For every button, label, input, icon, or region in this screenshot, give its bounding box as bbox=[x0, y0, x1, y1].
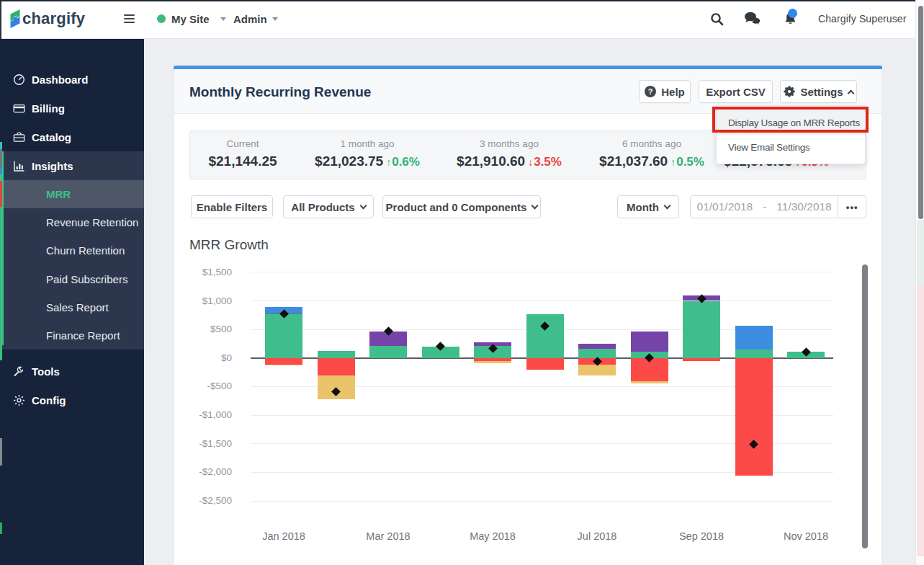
config-icon bbox=[13, 394, 24, 406]
date-range-input[interactable]: 01/01/2018 - 11/30/2018 bbox=[691, 196, 838, 218]
site-switcher[interactable]: My Site bbox=[157, 0, 226, 37]
bar-segment-purple-aug-2018[interactable] bbox=[631, 332, 668, 352]
more-options-icon: ••• bbox=[846, 202, 858, 213]
sidebar-item-finance-report[interactable]: Finance Report bbox=[4, 321, 144, 350]
sidebar-item-revenue-retention[interactable]: Revenue Retention bbox=[4, 208, 144, 236]
chat-icon[interactable] bbox=[744, 0, 761, 37]
brand-wordmark: chargify bbox=[22, 9, 85, 28]
stat-delta-up: ↑0.5% bbox=[670, 155, 704, 169]
bar-segment-red-jun-2018[interactable] bbox=[526, 358, 564, 370]
all-products-dropdown[interactable]: All Products bbox=[283, 195, 374, 218]
date-end: 11/30/2018 bbox=[776, 200, 831, 213]
content-scrollbar-thumb[interactable] bbox=[862, 264, 868, 548]
bell-icon[interactable] bbox=[783, 0, 798, 37]
left-edge-segment bbox=[0, 207, 2, 360]
bar-segment-red-sep-2018[interactable] bbox=[683, 358, 720, 361]
export-csv-label: Export CSV bbox=[706, 86, 766, 98]
admin-label: Admin bbox=[233, 13, 267, 25]
x-axis-tick-label: Sep 2018 bbox=[665, 530, 737, 542]
settings-button[interactable]: Settings bbox=[780, 80, 857, 103]
enable-filters-label: Enable Filters bbox=[197, 201, 267, 213]
stat-value: $21,023.75 bbox=[315, 154, 383, 169]
export-csv-button[interactable]: Export CSV bbox=[699, 80, 773, 103]
menu-item-view-email-settings[interactable]: View Email Settings bbox=[717, 135, 865, 159]
bar-segment-green-jan-2018[interactable] bbox=[265, 313, 302, 358]
search-icon[interactable] bbox=[710, 0, 724, 37]
sidebar-subitem-label: Sales Report bbox=[46, 301, 109, 313]
help-button[interactable]: ? Help bbox=[639, 80, 691, 103]
more-options-button[interactable]: ••• bbox=[838, 196, 866, 218]
bar-segment-green-sep-2018[interactable] bbox=[683, 301, 720, 358]
sidebar-subitem-label: Churn Retention bbox=[46, 244, 125, 257]
sidebar-item-churn-retention[interactable]: Churn Retention bbox=[4, 236, 144, 264]
bar-segment-green-oct-2018[interactable] bbox=[735, 350, 773, 358]
y-axis-tick-label: $0 bbox=[174, 352, 232, 363]
arrow-down-icon: ↓ bbox=[528, 156, 533, 168]
stat-label: Current bbox=[163, 138, 322, 151]
bar-segment-yellow-aug-2018[interactable] bbox=[631, 381, 668, 384]
sidebar-item-label: Tools bbox=[32, 365, 60, 378]
settings-button-label: Settings bbox=[800, 86, 843, 98]
sidebar-item-catalog[interactable]: Catalog bbox=[0, 123, 144, 151]
site-status-dot bbox=[157, 14, 166, 23]
y-axis-tick-label: $1,000 bbox=[174, 295, 232, 306]
stat-value: $21,037.60 bbox=[599, 154, 668, 169]
sidebar-item-label: Config bbox=[32, 394, 66, 406]
admin-menu[interactable]: Admin bbox=[233, 0, 278, 37]
bar-segment-yellow-may-2018[interactable] bbox=[474, 361, 511, 364]
chargify-logo-icon bbox=[10, 9, 20, 28]
sidebar-item-config[interactable]: Config bbox=[0, 386, 144, 414]
sidebar-item-insights[interactable]: Insights bbox=[0, 151, 144, 180]
components-label: Product and 0 Components bbox=[386, 201, 527, 213]
chevron-down-icon bbox=[531, 202, 539, 209]
user-name: Chargify Superuser bbox=[818, 13, 906, 25]
brand-logo[interactable]: chargify bbox=[10, 0, 85, 37]
hamburger-icon[interactable] bbox=[124, 0, 135, 37]
x-axis-tick-label: Jan 2018 bbox=[248, 530, 320, 542]
sidebar: DashboardBillingCatalogInsightsMRRRevenu… bbox=[0, 39, 144, 565]
date-start: 01/01/2018 bbox=[697, 200, 753, 213]
chevron-down-icon bbox=[664, 202, 671, 209]
sidebar-subitem-label: MRR bbox=[46, 188, 71, 200]
interval-dropdown[interactable]: Month bbox=[617, 195, 679, 218]
bar-segment-red-jan-2018[interactable] bbox=[265, 358, 302, 365]
page-scrollbar-thumb[interactable] bbox=[918, 6, 923, 219]
billing-icon bbox=[13, 102, 24, 114]
chevron-down-icon bbox=[272, 17, 278, 21]
bar-segment-green-feb-2018[interactable] bbox=[318, 351, 355, 358]
chevron-up-icon bbox=[847, 89, 854, 97]
bar-segment-blue-oct-2018[interactable] bbox=[735, 326, 773, 349]
sidebar-item-label: Dashboard bbox=[32, 74, 88, 86]
y-axis-tick-label: -$1,000 bbox=[174, 409, 232, 420]
sidebar-subitem-label: Revenue Retention bbox=[46, 216, 138, 228]
sidebar-item-label: Insights bbox=[32, 160, 73, 172]
bar-segment-green-mar-2018[interactable] bbox=[369, 346, 407, 358]
sidebar-item-mrr[interactable]: MRR bbox=[4, 180, 144, 208]
dashboard-icon bbox=[13, 74, 24, 85]
page-scrollbar[interactable] bbox=[915, 0, 924, 565]
sidebar-item-dashboard[interactable]: Dashboard bbox=[0, 65, 144, 94]
catalog-icon bbox=[13, 131, 24, 143]
bar-segment-purple-jul-2018[interactable] bbox=[578, 344, 616, 349]
window-left-edge bbox=[0, 1, 1, 39]
settings-dropdown: Display Usage on MRR ReportsView Email S… bbox=[716, 105, 866, 164]
sidebar-item-paid-subscribers[interactable]: Paid Subscribers bbox=[4, 265, 144, 293]
user-menu[interactable]: Chargify Superuser bbox=[818, 0, 923, 37]
bar-segment-red-oct-2018[interactable] bbox=[735, 358, 773, 476]
bar-segment-red-feb-2018[interactable] bbox=[318, 358, 355, 375]
menu-item-display-usage-on-mrr-reports[interactable]: Display Usage on MRR Reports bbox=[717, 110, 865, 135]
stat-value: $21,144.25 bbox=[208, 154, 277, 169]
chevron-down-icon bbox=[220, 17, 226, 21]
components-dropdown[interactable]: Product and 0 Components bbox=[382, 195, 541, 218]
enable-filters-button[interactable]: Enable Filters bbox=[191, 195, 273, 218]
chart-gridline bbox=[251, 501, 833, 502]
sidebar-item-tools[interactable]: Tools bbox=[0, 357, 144, 386]
sidebar-item-sales-report[interactable]: Sales Report bbox=[4, 293, 144, 321]
site-label: My Site bbox=[171, 13, 210, 25]
bar-segment-yellow-jan-2018[interactable] bbox=[265, 365, 302, 365]
left-edge-segment bbox=[0, 438, 2, 466]
stat-3-months-ago: 3 months ago$21,910.60↓3.5% bbox=[430, 138, 588, 169]
sidebar-item-billing[interactable]: Billing bbox=[0, 94, 144, 123]
x-axis-tick-label: May 2018 bbox=[457, 530, 529, 542]
page-title: Monthly Recurring Revenue bbox=[189, 84, 371, 100]
